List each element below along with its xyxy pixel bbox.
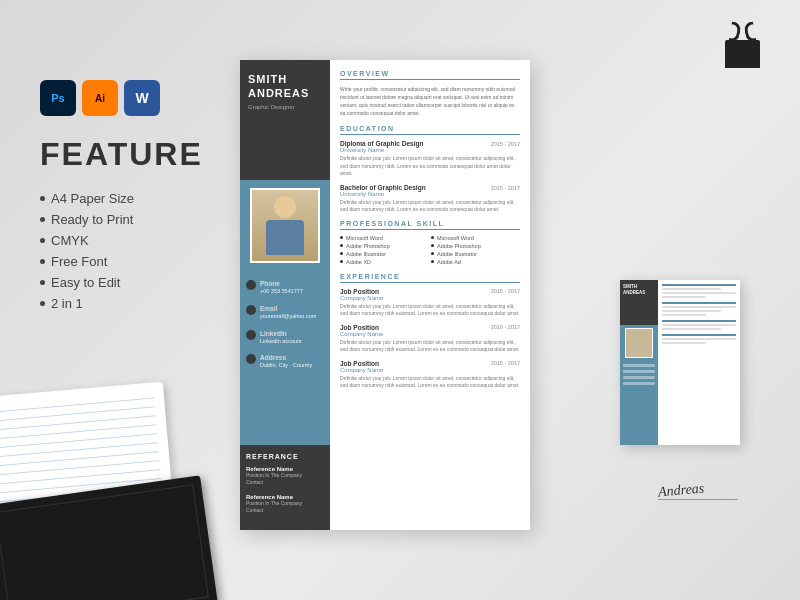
small-section-3 bbox=[662, 320, 736, 330]
small-section-bar bbox=[662, 302, 736, 304]
small-card-name: SMITHANDREAS bbox=[623, 284, 655, 296]
person-silhouette bbox=[260, 191, 310, 261]
skill-item: Adobe Illustrator bbox=[431, 251, 520, 257]
small-text bbox=[662, 338, 736, 340]
exp-entry-2: Job Position 2019 - 2017 Company Name De… bbox=[340, 324, 520, 354]
resume-main-content: OVERVIEW Write your profile. consectetur… bbox=[330, 60, 530, 530]
small-contact-line bbox=[623, 382, 655, 385]
email-icon bbox=[246, 305, 256, 315]
edu-title-row-1: Diploma of Graphic Design 2015 - 2017 bbox=[340, 140, 520, 147]
word-icon: W bbox=[124, 80, 160, 116]
ref-item-2: Reference Name Position In The Company C… bbox=[246, 494, 324, 514]
email-text: Email youremail@yahoo.com bbox=[260, 304, 316, 321]
bullet-icon bbox=[40, 196, 45, 201]
photo-placeholder bbox=[252, 190, 318, 261]
exp-entry-3: Job Position 2015 - 2017 Company Name De… bbox=[340, 360, 520, 390]
person-body bbox=[266, 220, 304, 255]
referance-title: REFERANCE bbox=[246, 453, 324, 460]
list-item: 2 in 1 bbox=[40, 296, 220, 311]
small-section-bar bbox=[662, 334, 736, 336]
small-contact-line bbox=[623, 364, 655, 367]
small-text bbox=[662, 292, 736, 294]
linkedin-text: LinkedIn LinkedIn account bbox=[260, 329, 302, 346]
skill-item: Microsoft Word bbox=[431, 235, 520, 241]
list-item: Free Font bbox=[40, 254, 220, 269]
bullet-icon bbox=[40, 280, 45, 285]
feature-title: FEATURE bbox=[40, 136, 220, 173]
small-text bbox=[662, 296, 706, 298]
small-text bbox=[662, 310, 721, 312]
edu-entry-1: Diploma of Graphic Design 2015 - 2017 Un… bbox=[340, 140, 520, 178]
small-text bbox=[662, 328, 721, 330]
list-item: Ready to Print bbox=[40, 212, 220, 227]
small-card-photo bbox=[625, 328, 653, 358]
small-section-2 bbox=[662, 302, 736, 316]
bullet-icon bbox=[40, 217, 45, 222]
resume-card: SMITH ANDREAS Graphic Designer Phone +00… bbox=[240, 60, 530, 530]
skill-item: Adobe Illustrator bbox=[340, 251, 429, 257]
contact-section: Phone +00 353 3541777 Email youremail@ya… bbox=[240, 271, 330, 445]
bullet-icon bbox=[40, 301, 45, 306]
exp-entry-1: Job Position 2015 - 2017 Company Name De… bbox=[340, 288, 520, 318]
small-card-header: SMITHANDREAS bbox=[620, 280, 658, 325]
feature-list: A4 Paper Size Ready to Print CMYK Free F… bbox=[40, 191, 220, 311]
experience-title: EXPERIENCE bbox=[340, 273, 520, 283]
small-section-bar bbox=[662, 284, 736, 286]
small-section-4 bbox=[662, 334, 736, 344]
referance-section: REFERANCE Reference Name Position In The… bbox=[240, 445, 330, 530]
small-card-main bbox=[658, 280, 740, 445]
signature-area: Andreas bbox=[658, 481, 738, 500]
ref-item-1: Reference Name Position In The Company C… bbox=[246, 466, 324, 486]
sidebar-header: SMITH ANDREAS Graphic Designer bbox=[240, 60, 330, 180]
skills-grid: Microsoft Word Microsoft Word Adobe Phot… bbox=[340, 235, 520, 265]
bullet-icon bbox=[40, 238, 45, 243]
contact-phone: Phone +00 353 3541777 bbox=[246, 279, 324, 296]
small-text bbox=[662, 288, 721, 290]
edu-title-row-2: Bachelor of Graphic Design 2015 - 2017 bbox=[340, 184, 520, 191]
clip-body bbox=[725, 40, 760, 68]
notebook-cover bbox=[0, 484, 209, 600]
resume-subtitle: Graphic Designer bbox=[248, 104, 322, 110]
binder-clip-top-right bbox=[725, 40, 760, 68]
person-head bbox=[274, 196, 296, 218]
signature-text: Andreas bbox=[657, 478, 738, 501]
small-section-1 bbox=[662, 284, 736, 298]
contact-linkedin: LinkedIn LinkedIn account bbox=[246, 329, 324, 346]
skill-item: Adobe Photoshop bbox=[340, 243, 429, 249]
edu-entry-2: Bachelor of Graphic Design 2015 - 2017 U… bbox=[340, 184, 520, 214]
skills-title: PROFESSIONAL SKILL bbox=[340, 220, 520, 230]
contact-email: Email youremail@yahoo.com bbox=[246, 304, 324, 321]
address-icon bbox=[246, 354, 256, 364]
skill-item: Adobe XD bbox=[340, 259, 429, 265]
small-text bbox=[662, 314, 706, 316]
education-title: EDUCATION bbox=[340, 125, 520, 135]
small-preview-card: SMITHANDREAS bbox=[620, 280, 740, 445]
left-panel: Ps Ai W FEATURE A4 Paper Size Ready to P… bbox=[40, 80, 220, 317]
list-item: CMYK bbox=[40, 233, 220, 248]
overview-title: OVERVIEW bbox=[340, 70, 520, 80]
skill-item: Adobe Ad bbox=[431, 259, 520, 265]
overview-text: Write your profile. consectetur adipisci… bbox=[340, 85, 520, 117]
small-section-bar bbox=[662, 320, 736, 322]
phone-icon bbox=[246, 280, 256, 290]
small-text bbox=[662, 342, 706, 344]
list-item: A4 Paper Size bbox=[40, 191, 220, 206]
resume-name: SMITH ANDREAS bbox=[248, 72, 322, 101]
bullet-icon bbox=[40, 259, 45, 264]
small-card-sidebar: SMITHANDREAS bbox=[620, 280, 658, 445]
linkedin-icon bbox=[246, 330, 256, 340]
photoshop-icon: Ps bbox=[40, 80, 76, 116]
small-contact-line bbox=[623, 370, 655, 373]
contact-address: Address Dublin, City - Country bbox=[246, 353, 324, 370]
small-contact-line bbox=[623, 376, 655, 379]
software-icons-row: Ps Ai W bbox=[40, 80, 220, 116]
skill-item: Microsoft Word bbox=[340, 235, 429, 241]
phone-text: Phone +00 353 3541777 bbox=[260, 279, 303, 296]
resume-sidebar: SMITH ANDREAS Graphic Designer Phone +00… bbox=[240, 60, 330, 530]
exp-title-row-3: Job Position 2015 - 2017 bbox=[340, 360, 520, 367]
address-text: Address Dublin, City - Country bbox=[260, 353, 312, 370]
exp-title-row-2: Job Position 2019 - 2017 bbox=[340, 324, 520, 331]
resume-photo bbox=[250, 188, 320, 263]
exp-title-row-1: Job Position 2015 - 2017 bbox=[340, 288, 520, 295]
word-letter: W bbox=[135, 90, 148, 106]
